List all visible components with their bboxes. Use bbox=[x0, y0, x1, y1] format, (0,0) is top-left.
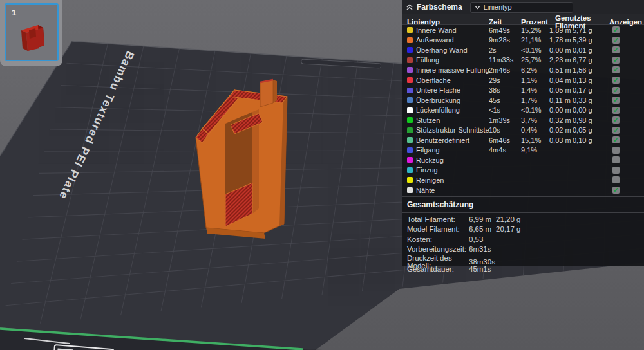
visibility-checkbox[interactable] bbox=[612, 167, 620, 174]
linetype-label: Innere Wand bbox=[416, 26, 489, 34]
check-icon bbox=[613, 97, 619, 104]
linetype-meters: 0,04 m bbox=[549, 77, 573, 84]
visibility-checkbox[interactable] bbox=[612, 57, 620, 64]
legend-row: Oberfläche29s1,1%0,04 m0,13 g bbox=[402, 75, 644, 86]
linetype-grams: 6,77 g bbox=[573, 56, 605, 64]
visibility-checkbox[interactable] bbox=[612, 116, 620, 124]
linetype-color-chip bbox=[407, 167, 413, 173]
summary-row: Kosten:0,53 bbox=[402, 234, 644, 244]
check-icon bbox=[613, 87, 619, 94]
linetype-time: 4m4s bbox=[489, 146, 521, 154]
linetype-percent: 1,4% bbox=[521, 86, 549, 94]
linetype-percent: 1,1% bbox=[521, 77, 549, 84]
linetype-meters: 0,00 m bbox=[549, 46, 573, 54]
plate-number: 1 bbox=[12, 8, 16, 17]
visibility-checkbox[interactable] bbox=[612, 77, 620, 84]
linetype-color-chip bbox=[407, 97, 413, 103]
linetype-percent: <0.1% bbox=[521, 46, 549, 54]
legend-column-headers: Linientyp Zeit Prozent Genutztes Filamen… bbox=[402, 14, 644, 25]
legend-row: Nähte bbox=[402, 185, 644, 196]
summary-rows: Total Filament:6,99 m21,20 gModel Filame… bbox=[402, 214, 644, 273]
linetype-color-chip bbox=[407, 177, 413, 183]
visibility-checkbox[interactable] bbox=[612, 107, 620, 114]
summary-row: Model Filament:6,65 m20,17 g bbox=[402, 225, 644, 234]
linetype-meters: 2,23 m bbox=[549, 56, 573, 64]
linetype-label: Oberfläche bbox=[416, 77, 489, 84]
check-icon bbox=[613, 77, 619, 84]
linetype-color-chip bbox=[407, 67, 413, 73]
check-icon bbox=[613, 107, 619, 114]
linetype-color-chip bbox=[407, 88, 413, 93]
summary-row: Gesamtdauer:45m1s bbox=[402, 264, 644, 273]
visibility-checkbox[interactable] bbox=[612, 187, 620, 194]
visibility-checkbox[interactable] bbox=[612, 37, 620, 44]
visibility-checkbox[interactable] bbox=[612, 26, 620, 33]
summary-label: Total Filament: bbox=[407, 216, 469, 223]
visibility-checkbox[interactable] bbox=[612, 136, 620, 143]
chevron-double-up-icon bbox=[406, 3, 413, 11]
visibility-checkbox[interactable] bbox=[612, 97, 620, 104]
linetype-label: Außenwand bbox=[416, 36, 489, 44]
linetype-color-chip bbox=[407, 57, 413, 63]
dropdown-value: Linientyp bbox=[484, 3, 512, 11]
summary-row: Total Filament:6,99 m21,20 g bbox=[402, 214, 644, 224]
legend-row: Außenwand9m28s21,1%1,78 m5,39 g bbox=[402, 35, 644, 46]
col-anzeigen: Anzeigen bbox=[609, 18, 644, 26]
linetype-legend-panel: Farbschema Linientyp Linientyp Zeit Proz… bbox=[402, 0, 644, 266]
legend-row: Stützstruktur-Schnittstelle10s0,4%0,02 m… bbox=[402, 125, 644, 135]
linetype-meters: 1,78 m bbox=[549, 36, 573, 44]
linetype-time: 2m46s bbox=[489, 66, 521, 74]
view-mode-dropdown[interactable]: Linientyp bbox=[470, 2, 573, 13]
linetype-time: 6m46s bbox=[489, 136, 521, 144]
summary-value: 45m1s bbox=[469, 265, 496, 273]
plate-thumbnail-1[interactable]: 1 bbox=[5, 3, 59, 61]
summary-row: Vorbereitungszeit:6m31s bbox=[402, 244, 644, 253]
legend-rows: Innere Wand6m49s15,2%1,89 m5,71 gAußenwa… bbox=[402, 25, 644, 195]
linetype-color-chip bbox=[407, 27, 413, 33]
summary-title: Gesamtschätzung bbox=[402, 198, 644, 211]
check-icon bbox=[613, 116, 619, 124]
summary-value: 6,65 m bbox=[469, 225, 496, 233]
legend-row: Innere massive Füllung2m46s6,2%0,51 m1,5… bbox=[402, 65, 644, 75]
bambu-studio-preview-window: Bambu Textured PEI Plate bbox=[0, 0, 644, 350]
check-icon bbox=[613, 187, 619, 194]
summary-value2: 21,20 g bbox=[496, 216, 644, 223]
linetype-label: Überbrückung bbox=[416, 97, 489, 104]
check-icon bbox=[613, 57, 619, 64]
linetype-time: 29s bbox=[489, 77, 521, 84]
visibility-checkbox[interactable] bbox=[612, 156, 620, 163]
panel-title: Farbschema bbox=[417, 3, 462, 12]
visibility-checkbox[interactable] bbox=[612, 87, 620, 94]
linetype-color-chip bbox=[407, 117, 413, 123]
check-icon bbox=[613, 66, 619, 73]
divider bbox=[402, 212, 644, 213]
linetype-meters: 0,51 m bbox=[549, 66, 573, 74]
summary-label: Gesamtdauer: bbox=[407, 265, 469, 273]
linetype-color-chip bbox=[407, 37, 413, 43]
linetype-meters: 1,89 m bbox=[549, 26, 573, 34]
linetype-label: Stützstruktur-Schnittstelle bbox=[416, 126, 489, 134]
linetype-grams: 1,56 g bbox=[573, 66, 605, 74]
linetype-meters: 0,05 m bbox=[549, 86, 573, 94]
linetype-time: 45s bbox=[489, 97, 521, 104]
visibility-checkbox[interactable] bbox=[612, 46, 620, 53]
plate-thumbnail-model bbox=[12, 11, 51, 53]
check-icon bbox=[613, 37, 619, 44]
check-icon bbox=[613, 136, 619, 143]
linetype-grams: 0,13 g bbox=[573, 77, 605, 84]
visibility-checkbox[interactable] bbox=[612, 127, 620, 134]
collapse-panel-button[interactable] bbox=[402, 3, 417, 11]
linetype-color-chip bbox=[407, 157, 413, 163]
linetype-grams: 5,71 g bbox=[573, 26, 605, 34]
summary-label: Vorbereitungszeit: bbox=[407, 245, 469, 253]
check-icon bbox=[613, 46, 619, 53]
linetype-grams: 0,05 g bbox=[573, 126, 605, 134]
summary-row: Druckzeit des Modell:38m30s bbox=[402, 254, 644, 264]
chevron-down-icon bbox=[475, 5, 480, 10]
linetype-percent: 0,4% bbox=[521, 126, 549, 134]
linetype-label: Einzug bbox=[416, 166, 489, 174]
visibility-checkbox[interactable] bbox=[612, 147, 620, 154]
visibility-checkbox[interactable] bbox=[612, 66, 620, 73]
summary-label: Kosten: bbox=[407, 235, 469, 243]
visibility-checkbox[interactable] bbox=[612, 176, 620, 183]
